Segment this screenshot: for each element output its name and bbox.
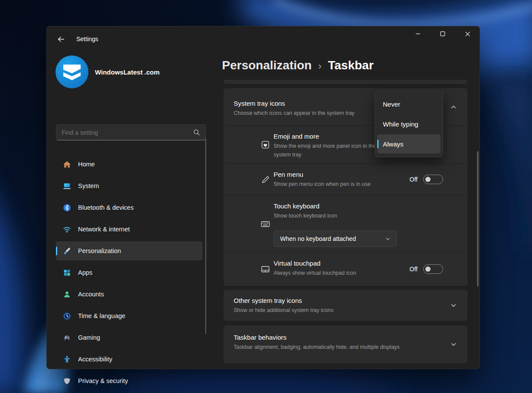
maximize-icon (440, 31, 445, 36)
pen-toggle-group: Off (410, 175, 443, 184)
sidebar-item-time-language[interactable]: Time & language (56, 306, 202, 325)
settings-window: Settings (46, 26, 480, 369)
emoji-heart-icon (261, 140, 270, 149)
card-subtitle: Taskbar alignment, badging, automaticall… (234, 343, 458, 351)
virtual-touchpad-toggle[interactable] (423, 264, 443, 274)
personalization-icon (63, 247, 71, 255)
chevron-down-icon[interactable] (450, 341, 457, 348)
profile[interactable]: WindowsLatest .com (55, 55, 160, 88)
caption-controls (407, 26, 478, 41)
sidebar-item-label: Network & internet (78, 226, 130, 233)
flyout-option-while-typing[interactable]: While typing (377, 114, 441, 133)
apps-icon (63, 269, 71, 277)
gaming-icon (63, 334, 71, 342)
titlebar[interactable]: Settings (47, 26, 480, 48)
sidebar: WindowsLatest .com Home (47, 48, 209, 369)
virtual-touchpad-row: Virtual touchpad Always show virtual tou… (224, 252, 467, 285)
back-arrow-icon (57, 36, 65, 43)
row-subtitle: Show touch keyboard icon (274, 211, 458, 220)
close-button[interactable] (457, 26, 478, 41)
chevron-down-icon (385, 236, 391, 242)
sidebar-item-label: Accessibility (78, 356, 112, 363)
virtual-touchpad-toggle-group: Off (410, 264, 443, 274)
touch-keyboard-icon (261, 219, 270, 229)
flyout-option-never[interactable]: Never (377, 94, 441, 114)
page-title: Taskbar (328, 58, 373, 72)
sidebar-item-system[interactable]: System (56, 176, 202, 195)
sidebar-item-personalization[interactable]: Personalization (56, 241, 202, 260)
sidebar-item-accessibility[interactable]: Accessibility (56, 350, 202, 369)
breadcrumb-separator-icon: › (318, 61, 321, 72)
sidebar-item-label: Time & language (78, 312, 125, 319)
accessibility-icon (63, 355, 71, 364)
sidebar-nav: Home System Bluetooth & devices (56, 155, 202, 393)
breadcrumb: Personalization › Taskbar (222, 58, 374, 72)
sidebar-item-label: Gaming (78, 334, 100, 341)
touch-keyboard-row: Touch keyboard Show touch keyboard icon … (224, 195, 467, 252)
taskbar-behaviors-card[interactable]: Taskbar behaviors Taskbar alignment, bad… (224, 325, 467, 363)
breadcrumb-parent[interactable]: Personalization (222, 58, 312, 72)
toggle-knob (425, 177, 431, 182)
privacy-security-icon (63, 377, 71, 385)
previous-card-edge (224, 80, 467, 84)
pen-menu-toggle[interactable] (423, 175, 443, 184)
search-box[interactable] (56, 124, 206, 140)
search-icon (193, 129, 200, 136)
virtual-touchpad-icon (261, 264, 270, 274)
profile-name: WindowsLatest .com (95, 68, 160, 76)
sidebar-item-network[interactable]: Network & internet (56, 220, 202, 239)
sidebar-item-label: Apps (78, 269, 92, 276)
toggle-state-label: Off (410, 176, 418, 183)
chevron-down-icon[interactable] (450, 302, 457, 309)
sidebar-item-label: Home (78, 161, 95, 168)
sidebar-item-accounts[interactable]: Accounts (56, 285, 202, 304)
pen-icon (261, 175, 270, 184)
sidebar-item-label: Personalization (78, 247, 121, 254)
row-title: Touch keyboard (274, 202, 458, 211)
minimize-icon (415, 31, 421, 36)
dropdown-value: When no keyboard attached (274, 235, 385, 242)
time-language-icon (63, 312, 71, 320)
sidebar-item-label: Bluetooth & devices (78, 204, 134, 211)
system-tray-dropdown-flyout: Never While typing Always (375, 91, 443, 157)
row-title: Emoji and more (274, 132, 380, 141)
minimize-button[interactable] (407, 26, 429, 41)
back-button[interactable] (55, 33, 67, 45)
windowslatest-logo (55, 55, 88, 88)
network-icon (63, 225, 71, 234)
sidebar-item-bluetooth[interactable]: Bluetooth & devices (56, 198, 202, 217)
search-input[interactable] (56, 129, 193, 136)
content-scrollbar[interactable] (477, 151, 479, 286)
other-system-tray-icons-card[interactable]: Other system tray icons Show or hide add… (224, 290, 467, 321)
close-icon (465, 31, 470, 37)
sidebar-item-label: System (78, 182, 99, 189)
sidebar-scrollbar[interactable] (205, 138, 206, 334)
flyout-option-always[interactable]: Always (377, 134, 441, 153)
pen-menu-row: Pen menu Show pen menu icon when pen is … (224, 163, 467, 195)
sidebar-item-privacy-security[interactable]: Privacy & security (56, 371, 202, 390)
maximize-button[interactable] (432, 26, 454, 41)
toggle-state-label: Off (410, 266, 418, 273)
home-icon (63, 160, 71, 169)
bluetooth-icon (63, 204, 71, 212)
accounts-icon (63, 290, 71, 299)
chevron-up-icon[interactable] (450, 104, 457, 110)
sidebar-item-home[interactable]: Home (56, 155, 202, 174)
window-title: Settings (76, 36, 98, 42)
sidebar-item-label: Accounts (78, 291, 104, 298)
row-subtitle: Show the emoji and more panel icon in th… (274, 142, 380, 159)
system-icon (63, 182, 71, 190)
card-title: Taskbar behaviors (234, 333, 458, 342)
sidebar-item-apps[interactable]: Apps (56, 263, 202, 282)
card-title: Other system tray icons (234, 296, 458, 305)
desktop: Settings (0, 0, 532, 393)
card-subtitle: Show or hide additional system tray icon… (234, 306, 458, 315)
touch-keyboard-dropdown[interactable]: When no keyboard attached (274, 231, 397, 247)
sidebar-item-label: Privacy & security (78, 377, 128, 384)
toggle-knob (425, 266, 431, 272)
sidebar-item-gaming[interactable]: Gaming (56, 328, 202, 347)
